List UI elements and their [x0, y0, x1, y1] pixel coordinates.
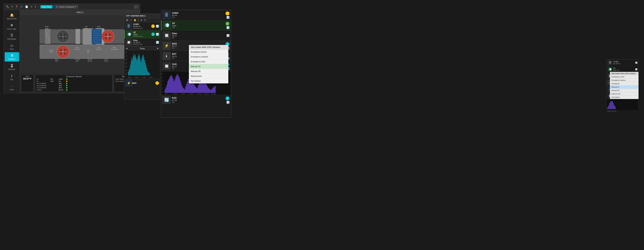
- sidebar-label-graphics: Graphics: [8, 58, 15, 60]
- chart-next[interactable]: ▶: [157, 47, 158, 50]
- location-icon[interactable]: 📍: [14, 5, 19, 8]
- city-center-title: CITY CENTER AHU-1: [124, 14, 160, 18]
- ctx-manual-on[interactable]: Manual On: [189, 64, 228, 69]
- ra-damper-dot: [66, 83, 68, 84]
- ef-panel-item[interactable]: 💨 EF false STATUS: OK ⚡ 📊: [124, 30, 160, 38]
- small-ctx-manual-auto[interactable]: Manual Auto: [610, 92, 638, 96]
- list-icon[interactable]: ☰: [20, 5, 24, 8]
- wrench-dropdown-icon[interactable]: ▾: [10, 5, 13, 8]
- expand-button[interactable]: ⛶: [134, 5, 139, 9]
- small-ctx-emergency[interactable]: Emergency: [610, 82, 638, 85]
- svg-rect-97: [150, 74, 150, 75]
- nav-tree-button[interactable]: Nav. Tree: [40, 5, 52, 8]
- rad-chart-btn[interactable]: 📊: [226, 101, 230, 104]
- svg-rect-96: [149, 73, 149, 75]
- close-icon[interactable]: ✕: [30, 5, 33, 8]
- graphics-icon: 🖥: [10, 54, 14, 57]
- svg-rect-142: [195, 87, 196, 93]
- svg-text:EF: EF: [85, 26, 88, 27]
- ctx-manual-auto[interactable]: Manual Auto: [189, 74, 228, 79]
- svg-rect-173: [608, 107, 608, 109]
- small-ctx-manual-on[interactable]: Manual On: [610, 85, 638, 89]
- filter-chart-btn[interactable]: 📊: [226, 34, 230, 37]
- svg-text:50: 50: [125, 63, 127, 64]
- ctx-emergency-inactive[interactable]: Emergency Inactive: [189, 54, 228, 59]
- svg-rect-158: [210, 89, 210, 93]
- grid-icon[interactable]: ⊞: [140, 19, 143, 21]
- ef-badge: ⚡: [151, 32, 155, 36]
- sidebar-item-alarms-fdd[interactable]: 🔔 Alarms/FDD: [5, 12, 19, 21]
- detail-chwv-row[interactable]: 🗄 CHWV 09.48 OK ⚡ 📊: [161, 10, 231, 20]
- svg-rect-119: [174, 80, 175, 93]
- small-ctx-manual-off[interactable]: Manual Off: [610, 89, 638, 92]
- chwv-action-badge: ⚡: [226, 11, 230, 15]
- detail-rad-row[interactable]: 🔄 RAD 07.54 OK ⚡ 📊: [161, 95, 231, 105]
- image-icon[interactable]: 🖼: [126, 19, 129, 21]
- detail-filter-row[interactable]: 🔲 Filter 09.17 OK 📊: [161, 30, 231, 41]
- sidebar-item-bline-logic[interactable]: ✖ bLine Logic: [5, 22, 19, 31]
- srp-chwv-chart[interactable]: 📊: [635, 62, 637, 64]
- sf-status-dot: [66, 78, 68, 80]
- ef-chart-btn[interactable]: 📊: [226, 26, 230, 29]
- small-ctx-emergency-active[interactable]: Emergency Active: [610, 75, 638, 79]
- svg-text:OAD: OAD: [55, 58, 58, 60]
- small-ctx-set-default[interactable]: Set Default: [610, 96, 638, 99]
- sidebar-item-folio[interactable]: 🗂 Folio: [5, 42, 19, 51]
- chart-navigation: ◀ Today ▶: [124, 46, 160, 50]
- chwv-chart-btn[interactable]: 📊: [226, 16, 230, 19]
- svg-rect-27: [92, 29, 102, 44]
- sidebar-item-more[interactable]: ··· more: [5, 83, 19, 92]
- bell-icon[interactable]: 🔔: [133, 19, 137, 21]
- detail-chwv-thumb: 🗄: [162, 11, 170, 19]
- svg-rect-85: [141, 62, 141, 75]
- svg-text:36.0°F: 36.0°F: [96, 27, 102, 29]
- srp-ef-chart[interactable]: 📊: [635, 68, 637, 70]
- small-ctx-emergency-inactive[interactable]: Emergency Inactive: [610, 79, 638, 82]
- sidebar-item-graphics[interactable]: 🖥 Graphics: [5, 52, 19, 62]
- svg-rect-76: [134, 57, 135, 75]
- tools-icon[interactable]: 🔧: [5, 5, 10, 8]
- info-small-icon[interactable]: ℹ: [34, 5, 37, 8]
- ctx-emergency-active[interactable]: Emergency Active: [189, 50, 228, 54]
- svg-text:37cfm: 37cfm: [104, 60, 108, 62]
- srp-ef-thumb: 💨: [608, 67, 612, 72]
- context-menu-title: City Center AHU-1 EF's Actions: [189, 45, 228, 50]
- filter-panel-item[interactable]: 🔲 Filter 41.35 % STATUS: OK 📊: [124, 38, 160, 46]
- ahu-svg-diagram: RAD 36% EF OFF RAT 36.0°F MAD 36% MAT 36…: [20, 15, 140, 62]
- ctx-set-default[interactable]: Set Default: [189, 79, 228, 83]
- ef-action-badge: ⚡: [226, 22, 230, 26]
- svg-rect-176: [610, 102, 611, 109]
- pipe-icon[interactable]: |: [138, 19, 139, 21]
- svg-text:36.0°F: 36.0°F: [75, 48, 80, 50]
- chart-prev[interactable]: ◀: [126, 47, 127, 50]
- detail-ef-row[interactable]: 💨 EF false OK ⚡ 📊: [161, 20, 231, 30]
- chwv-chart-icon[interactable]: 📊: [156, 25, 159, 28]
- chwv-panel-item[interactable]: 🗄 CHWV 40.94 % STATUS: OK ⚡ 📊: [124, 22, 160, 30]
- svg-rect-84: [140, 59, 141, 75]
- ctx-emergency-auto[interactable]: Emergency Auto: [189, 59, 228, 64]
- sidebar-label-more: more: [10, 89, 14, 91]
- srp-chwv[interactable]: 🗄 CHWV 09.48 OK 📊: [606, 59, 638, 66]
- svg-rect-157: [208, 89, 209, 93]
- osat-value: 60.97°F: [23, 77, 32, 80]
- ef-thumb: 💨: [126, 31, 132, 37]
- ef-chart-icon[interactable]: 📊: [156, 33, 159, 36]
- sys-integrator-button[interactable]: 👤 System Integrator ▾: [54, 5, 78, 9]
- main-content-area: AHU-1: [20, 10, 140, 93]
- sidebar-item-dib-builder[interactable]: 🗄 DIB Builder: [5, 32, 19, 41]
- chart-svg: 80 70 60 50 40 30 20: [124, 50, 160, 79]
- sidebar-item-historian[interactable]: ⌛ Historian: [5, 62, 19, 72]
- doc-icon[interactable]: 📄: [24, 5, 29, 8]
- ctx-manual-off[interactable]: Manual Off: [189, 69, 228, 74]
- svg-rect-143: [196, 88, 197, 93]
- sidebar-label-alarms: Alarms/FDD: [7, 18, 16, 20]
- ahu-diagram-area: AHU-1: [20, 10, 140, 93]
- pencil-icon[interactable]: ✏: [130, 19, 132, 21]
- sidebar-item-info[interactable]: ℹ Info: [5, 73, 19, 82]
- svg-rect-79: [136, 60, 137, 75]
- mad-panel-item[interactable]: ⚡ MAD ⚡: [124, 79, 160, 87]
- filter-chart-icon[interactable]: 📊: [156, 41, 159, 44]
- mad-thumb: ⚡: [126, 80, 132, 86]
- svg-rect-174: [609, 105, 609, 109]
- list2-icon[interactable]: ☰: [144, 19, 146, 21]
